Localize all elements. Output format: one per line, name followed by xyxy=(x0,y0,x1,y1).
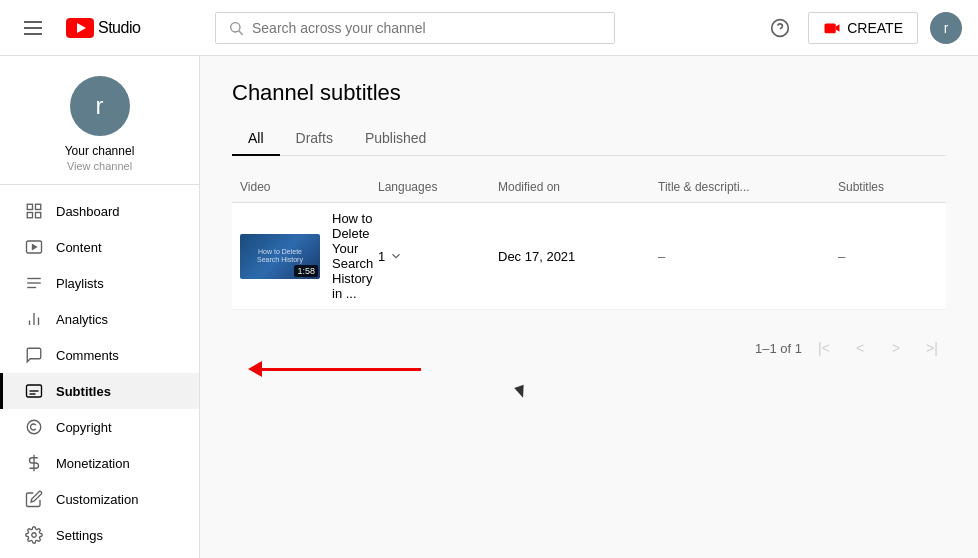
layout: r Your channel View channel Dashboard Co… xyxy=(0,56,978,558)
create-button[interactable]: CREATE xyxy=(808,12,918,44)
pagination-info: 1–1 of 1 xyxy=(755,341,802,356)
main-content: Channel subtitles All Drafts Published V… xyxy=(200,56,978,558)
col-video: Video xyxy=(240,180,378,194)
camera-icon xyxy=(823,19,841,37)
sidebar-item-playlists[interactable]: Playlists xyxy=(0,265,199,301)
logo[interactable]: Studio xyxy=(66,18,140,38)
table-header: Video Languages Modified on Title & desc… xyxy=(232,172,946,203)
customization-icon xyxy=(24,489,44,509)
sidebar-item-copyright[interactable]: Copyright xyxy=(0,409,199,445)
settings-icon xyxy=(24,525,44,545)
thumbnail-text: How to DeleteSearch History xyxy=(255,246,305,267)
help-icon xyxy=(770,18,790,38)
tabs-bar: All Drafts Published xyxy=(232,122,946,156)
svg-rect-10 xyxy=(27,213,32,218)
sidebar-item-monetization-label: Monetization xyxy=(56,456,130,471)
sidebar-item-dashboard-label: Dashboard xyxy=(56,204,120,219)
col-languages: Languages xyxy=(378,180,498,194)
playlists-icon xyxy=(24,273,44,293)
svg-line-3 xyxy=(239,31,243,35)
header-right: CREATE r xyxy=(764,12,962,44)
studio-label: Studio xyxy=(98,19,140,37)
title-desc-value: – xyxy=(658,249,838,264)
pagination-next-button[interactable]: > xyxy=(882,334,910,362)
monetization-icon xyxy=(24,453,44,473)
header-left: Studio xyxy=(16,13,140,43)
svg-rect-11 xyxy=(36,213,41,218)
col-modified: Modified on xyxy=(498,180,658,194)
pagination-prev-button[interactable]: < xyxy=(846,334,874,362)
comments-icon xyxy=(24,345,44,365)
modified-date: Dec 17, 2021 xyxy=(498,249,658,264)
pagination: 1–1 of 1 |< < > >| xyxy=(232,326,946,370)
create-label: CREATE xyxy=(847,20,903,36)
sidebar-item-analytics-label: Analytics xyxy=(56,312,108,327)
sidebar-item-comments[interactable]: Comments xyxy=(0,337,199,373)
sidebar: r Your channel View channel Dashboard Co… xyxy=(0,56,200,558)
tab-all[interactable]: All xyxy=(232,122,280,156)
sidebar-item-comments-label: Comments xyxy=(56,348,119,363)
hamburger-menu[interactable] xyxy=(16,13,50,43)
sidebar-item-content[interactable]: Content xyxy=(0,229,199,265)
video-cell: How to DeleteSearch History 1:58 How to … xyxy=(240,211,378,301)
nav-section: Dashboard Content Playlists Analytics xyxy=(0,185,199,558)
sidebar-item-copyright-label: Copyright xyxy=(56,420,112,435)
svg-rect-8 xyxy=(27,204,32,209)
channel-name: Your channel xyxy=(65,144,135,158)
svg-rect-9 xyxy=(36,204,41,209)
col-subtitles: Subtitles xyxy=(838,180,938,194)
svg-point-2 xyxy=(231,22,240,31)
channel-info[interactable]: r Your channel View channel xyxy=(0,56,199,185)
svg-point-25 xyxy=(32,533,37,538)
content-icon xyxy=(24,237,44,257)
col-title-desc: Title & descripti... xyxy=(658,180,838,194)
search-bar[interactable] xyxy=(215,12,615,44)
header: Studio CREATE r xyxy=(0,0,978,56)
pagination-last-button[interactable]: >| xyxy=(918,334,946,362)
svg-marker-13 xyxy=(33,245,37,250)
subtitles-icon xyxy=(24,381,44,401)
tab-published[interactable]: Published xyxy=(349,122,443,156)
sidebar-item-dashboard[interactable]: Dashboard xyxy=(0,193,199,229)
sidebar-item-subtitles-label: Subtitles xyxy=(56,384,111,399)
sidebar-item-customization-label: Customization xyxy=(56,492,138,507)
dropdown-icon xyxy=(389,249,403,263)
page-title: Channel subtitles xyxy=(232,80,946,106)
sidebar-item-analytics[interactable]: Analytics xyxy=(0,301,199,337)
help-button[interactable] xyxy=(764,12,796,44)
languages-cell[interactable]: 1 xyxy=(378,249,498,264)
analytics-icon xyxy=(24,309,44,329)
svg-point-23 xyxy=(27,420,41,434)
svg-rect-6 xyxy=(825,23,836,33)
copyright-icon xyxy=(24,417,44,437)
pagination-first-button[interactable]: |< xyxy=(810,334,838,362)
language-count: 1 xyxy=(378,249,385,264)
tab-drafts[interactable]: Drafts xyxy=(280,122,349,156)
video-duration: 1:58 xyxy=(294,265,318,277)
channel-avatar: r xyxy=(70,76,130,136)
svg-marker-7 xyxy=(836,24,840,32)
video-title: How to Delete Your Search History in ... xyxy=(332,211,378,301)
sidebar-item-monetization[interactable]: Monetization xyxy=(0,445,199,481)
user-avatar[interactable]: r xyxy=(930,12,962,44)
sidebar-item-settings-label: Settings xyxy=(56,528,103,543)
youtube-logo-icon xyxy=(66,18,94,38)
sidebar-item-playlists-label: Playlists xyxy=(56,276,104,291)
sidebar-item-settings[interactable]: Settings xyxy=(0,517,199,553)
video-thumbnail: How to DeleteSearch History 1:58 xyxy=(240,234,320,279)
channel-sub: View channel xyxy=(67,160,132,172)
sidebar-item-content-label: Content xyxy=(56,240,102,255)
subtitles-value: – xyxy=(838,249,938,264)
sidebar-item-subtitles[interactable]: Subtitles xyxy=(0,373,199,409)
dashboard-icon xyxy=(24,201,44,221)
search-icon xyxy=(228,20,244,36)
sidebar-item-customization[interactable]: Customization xyxy=(0,481,199,517)
table-row[interactable]: How to DeleteSearch History 1:58 How to … xyxy=(232,203,946,310)
search-input[interactable] xyxy=(252,20,602,36)
